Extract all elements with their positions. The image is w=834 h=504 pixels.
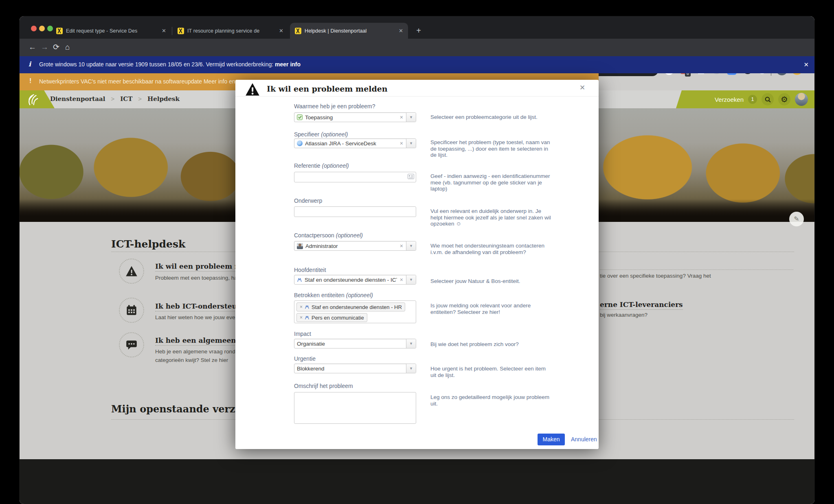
reload-icon[interactable]: ⟳ <box>53 42 59 52</box>
dialog-close-icon[interactable]: ✕ <box>579 83 585 92</box>
cancel-button[interactable]: Annuleren <box>571 436 597 443</box>
field-label-referentie: Referentie(optioneel) <box>294 162 349 169</box>
tab-helpdesk-active[interactable]: Helpdesk | Dienstenportaal ✕ <box>290 23 408 39</box>
user-avatar[interactable] <box>795 93 808 106</box>
forward-icon[interactable]: → <box>41 42 48 52</box>
clear-icon[interactable]: × <box>400 114 403 121</box>
pencil-icon: ✎ <box>794 215 799 222</box>
tab-close-icon[interactable]: ✕ <box>279 28 283 33</box>
remove-tag-icon[interactable]: × <box>300 304 303 310</box>
hoofdentiteit-select[interactable]: Staf en ondersteunende diensten - ICT × … <box>294 275 416 285</box>
create-button[interactable]: Maken <box>538 434 565 445</box>
field-label-hoofdentiteit: Hoofdentiteit <box>294 267 326 273</box>
user-avatar-icon <box>297 243 303 249</box>
entity-icon <box>297 277 302 283</box>
tab-close-icon[interactable]: ✕ <box>162 28 166 33</box>
tab-edit-request-type[interactable]: Edit request type - Service Des ✕ <box>51 23 171 39</box>
categorie-select[interactable]: Toepassing × ▼ <box>294 112 416 122</box>
calendar-icon <box>126 305 137 316</box>
clear-icon[interactable]: × <box>400 140 403 147</box>
tab-title: Edit request type - Service Des <box>66 28 158 34</box>
tab-it-resource-planning[interactable]: IT resource planning service de ✕ <box>173 23 288 39</box>
chevron-down-icon[interactable]: ▼ <box>406 139 416 148</box>
speech-bubble-icon <box>126 340 137 350</box>
right-item-link-ict-leveranciers[interactable]: erne ICT-leveranciers <box>600 300 683 310</box>
breadcrumb-ict[interactable]: ICT <box>120 95 132 103</box>
field-help: Leg ons zo gedetailleerd mogelijk jouw p… <box>430 394 553 407</box>
entity-tag[interactable]: × Staf en ondersteunende diensten - HR <box>296 302 405 311</box>
portal-footer <box>20 459 814 504</box>
field-label-specifieer: Specifieer(optioneel) <box>294 131 348 138</box>
settings-button[interactable]: ⚙ <box>778 93 790 105</box>
referentie-input[interactable] <box>294 172 416 182</box>
flanders-logo[interactable] <box>20 90 55 108</box>
field-label-categorie: Waarmee heb je een probleem? <box>294 103 375 110</box>
back-icon[interactable]: ← <box>29 42 36 52</box>
gear-icon: ⚙ <box>781 95 788 103</box>
urgentie-select[interactable]: Blokkerend ▼ <box>294 364 416 373</box>
search-button[interactable] <box>762 93 774 105</box>
clear-icon[interactable]: × <box>400 276 403 283</box>
field-help: Hoe urgent is het probleem. Selecteer ee… <box>430 366 553 378</box>
warning-icon: ! <box>29 77 31 85</box>
breadcrumb-dienstenportaal[interactable]: Dienstenportaal <box>50 95 105 103</box>
create-request-dialog: Ik wil een probleem melden ✕ Waarmee heb… <box>235 80 599 449</box>
specifieer-select[interactable]: Atlassian JIRA - ServiceDesk × ▼ <box>294 138 416 148</box>
clear-icon[interactable]: × <box>400 243 403 249</box>
browser-window: Edit request type - Service Des ✕ IT res… <box>20 16 814 504</box>
right-item-description: tie over een specifieke toepassing? Vraa… <box>600 273 711 279</box>
field-help: Wie moet het ondersteuningsteam contacte… <box>430 243 553 255</box>
field-help: Vul een relevant en duidelijk onderwerp … <box>430 208 553 227</box>
breadcrumb-helpdesk[interactable]: Helpdesk <box>147 95 180 103</box>
right-item-description: bij werkaanvragen? <box>600 312 647 318</box>
site-favicon <box>178 28 184 34</box>
info-banner-link[interactable]: meer info <box>275 61 301 68</box>
banner-close-icon[interactable]: ✕ <box>803 61 809 68</box>
impact-select[interactable]: Organisatie ▼ <box>294 339 416 348</box>
application-icon <box>297 140 303 146</box>
tab-close-icon[interactable]: ✕ <box>399 28 403 33</box>
betrokken-entiteiten-multiselect[interactable]: × Staf en ondersteunende diensten - HR ×… <box>294 300 416 323</box>
field-label-betrokken-entiteiten: Betrokken entiteiten(optioneel) <box>294 292 373 298</box>
chevron-down-icon[interactable]: ▼ <box>406 339 416 348</box>
window-close-button[interactable] <box>31 26 37 31</box>
remove-tag-icon[interactable]: × <box>300 315 303 320</box>
chevron-down-icon[interactable]: ▼ <box>406 113 416 122</box>
field-help: Geef - indien aanwezig - een identificat… <box>430 173 553 192</box>
field-label-impact: Impact <box>294 331 311 337</box>
new-tab-button[interactable]: + <box>413 25 424 37</box>
browser-toolbar: ← → ⟳ ⌂ servicedesk.natuurenbos.be/plugi… <box>20 39 814 56</box>
support-icon-circle <box>119 298 144 323</box>
problem-icon-circle <box>119 259 144 284</box>
chevron-down-icon[interactable]: ▼ <box>406 241 416 250</box>
tab-separator <box>172 27 172 35</box>
field-help: Specificeer het probleem (type toestel, … <box>430 139 553 158</box>
field-help: Is jouw melding ook relevant voor andere… <box>430 302 553 315</box>
dialog-warning-triangle-icon <box>245 83 260 96</box>
question-icon-circle <box>119 332 144 357</box>
contact-card-icon[interactable] <box>408 174 414 179</box>
requests-link[interactable]: Verzoeken <box>715 96 744 103</box>
field-help: Selecteer een probleemcategorie uit de l… <box>430 114 553 121</box>
lion-icon <box>24 92 40 107</box>
tab-title: Helpdesk | Dienstenportaal <box>305 28 395 34</box>
dialog-title: Ik wil een probleem melden <box>267 84 388 93</box>
chevron-down-icon[interactable]: ▼ <box>406 364 416 373</box>
probleem-textarea[interactable] <box>294 392 416 424</box>
search-icon <box>764 96 771 103</box>
right-item-underline <box>600 270 793 270</box>
field-label-contactpersoon: Contactpersoon(optioneel) <box>294 232 363 239</box>
home-icon[interactable]: ⌂ <box>65 42 70 52</box>
field-label-omschrijf: Omschrijf het probleem <box>294 383 353 389</box>
entity-tag[interactable]: × Pers en communicatie <box>296 313 367 322</box>
page-title: ICT-helpdesk <box>111 238 185 250</box>
tab-title: IT resource planning service de <box>187 28 276 34</box>
field-help: Bij wie doet het probleem zich voor? <box>430 341 553 348</box>
edit-hero-button[interactable]: ✎ <box>789 212 804 226</box>
warning-triangle-icon <box>125 265 138 277</box>
contactpersoon-select[interactable]: Administrator × ▼ <box>294 241 416 251</box>
chevron-down-icon[interactable]: ▼ <box>406 275 416 284</box>
onderwerp-input[interactable] <box>294 206 416 217</box>
window-minimize-button[interactable] <box>39 26 45 31</box>
warning-banner-text: Netwerkprinters VAC's niet meer beschikb… <box>39 78 235 85</box>
